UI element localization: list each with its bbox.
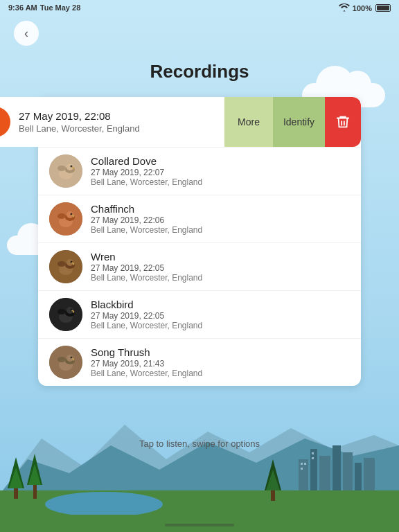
recording-item[interactable]: Collared Dove 27 May 2019, 22:07 Bell La… xyxy=(38,147,361,195)
status-time: 9:36 AM xyxy=(8,3,37,12)
bird-silhouette-icon xyxy=(49,250,82,283)
recordings-card: 08 ster, England More Identify xyxy=(38,97,361,386)
item-text: Collared Dove 27 May 2019, 22:07 Bell La… xyxy=(91,155,202,187)
item-location: Bell Lane, Worcester, England xyxy=(91,177,202,187)
more-action-button[interactable]: More xyxy=(224,97,273,147)
swiped-recording-row[interactable]: 08 ster, England More Identify xyxy=(38,97,361,147)
item-text: Blackbird 27 May 2019, 22:05 Bell Lane, … xyxy=(91,299,202,330)
svg-point-52 xyxy=(57,357,66,362)
bird-avatar xyxy=(49,346,82,379)
item-name: Wren xyxy=(91,251,202,263)
home-indicator xyxy=(165,524,234,526)
svg-point-40 xyxy=(57,261,66,267)
swiped-row-date: 27 May 2019, 22:08 xyxy=(19,110,140,122)
item-name: Song Thrush xyxy=(91,346,202,358)
item-date: 27 May 2019, 22:05 xyxy=(91,311,202,321)
item-location: Bell Lane, Worcester, England xyxy=(91,225,202,235)
item-location: Bell Lane, Worcester, England xyxy=(91,369,202,378)
recording-item[interactable]: Song Thrush 27 May 2019, 21:43 Bell Lane… xyxy=(38,338,361,386)
bird-silhouette-icon xyxy=(49,202,82,236)
item-text: Wren 27 May 2019, 22:05 Bell Lane, Worce… xyxy=(91,251,202,283)
item-location: Bell Lane, Worcester, England xyxy=(91,273,202,283)
bird-silhouette-icon xyxy=(49,154,82,188)
battery-indicator: 100% xyxy=(353,3,391,12)
item-date: 27 May 2019, 21:43 xyxy=(91,359,202,369)
recording-item[interactable]: Wren 27 May 2019, 22:05 Bell Lane, Worce… xyxy=(38,242,361,290)
item-text: Chaffinch 27 May 2019, 22:06 Bell Lane, … xyxy=(91,203,202,235)
trash-icon xyxy=(335,114,351,130)
bird-silhouette-icon xyxy=(49,346,82,379)
item-text: Song Thrush 27 May 2019, 21:43 Bell Lane… xyxy=(91,346,202,378)
wifi-icon xyxy=(339,3,350,12)
back-button[interactable]: ‹ xyxy=(14,21,39,46)
bird-avatar xyxy=(49,154,82,188)
bird-silhouette-icon xyxy=(49,298,82,331)
status-day: Tue May 28 xyxy=(40,3,81,12)
svg-point-34 xyxy=(57,213,66,219)
item-date: 27 May 2019, 22:05 xyxy=(91,263,202,273)
item-name: Chaffinch xyxy=(91,203,202,215)
identify-action-button[interactable]: Identify xyxy=(273,97,325,147)
bottom-hint: Tap to listen, swipe for options xyxy=(0,438,399,449)
upload-icon xyxy=(0,114,3,130)
record-icon xyxy=(0,107,10,137)
bird-avatar xyxy=(49,298,82,331)
svg-point-46 xyxy=(57,309,66,314)
bird-avatar xyxy=(49,250,82,283)
item-name: Collared Dove xyxy=(91,155,202,167)
item-location: Bell Lane, Worcester, England xyxy=(91,321,202,330)
item-date: 27 May 2019, 22:06 xyxy=(91,215,202,225)
page-title: Recordings xyxy=(0,61,399,82)
item-date: 27 May 2019, 22:07 xyxy=(91,168,202,177)
recording-item[interactable]: Chaffinch 27 May 2019, 22:06 Bell Lane, … xyxy=(38,195,361,242)
back-chevron-icon: ‹ xyxy=(24,26,28,41)
svg-point-24 xyxy=(0,116,1,128)
item-name: Blackbird xyxy=(91,299,202,310)
status-bar: 9:36 AM Tue May 28 100% xyxy=(0,0,399,15)
delete-action-button[interactable] xyxy=(325,97,361,147)
swiped-row-location: Bell Lane, Worcester, England xyxy=(19,123,140,134)
swiped-row-text: 27 May 2019, 22:08 Bell Lane, Worcester,… xyxy=(19,110,140,134)
recording-list: Collared Dove 27 May 2019, 22:07 Bell La… xyxy=(38,147,361,386)
bird-avatar xyxy=(49,202,82,236)
svg-point-28 xyxy=(57,166,66,171)
recording-item[interactable]: Blackbird 27 May 2019, 22:05 Bell Lane, … xyxy=(38,290,361,338)
